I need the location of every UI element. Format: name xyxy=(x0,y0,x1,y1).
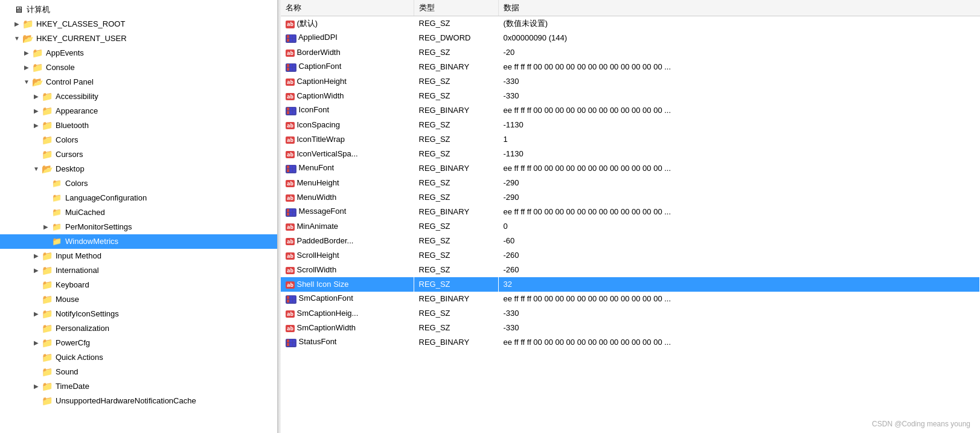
svg-rect-14 xyxy=(293,107,295,111)
expand-controlpanel[interactable]: ▼ xyxy=(22,77,31,87)
tree-item-powercfg[interactable]: ▶ 📁 PowerCfg xyxy=(0,336,277,350)
cell-name-text: Shell Icon Size xyxy=(295,280,349,289)
table-row[interactable]: ab Shell Icon SizeREG_SZ32 xyxy=(281,277,980,292)
tree-item-quickactions[interactable]: 📁 Quick Actions xyxy=(0,350,277,365)
expand-international[interactable]: ▶ xyxy=(31,266,41,275)
cell-name: StatusFont xyxy=(281,335,414,350)
expand-desktop[interactable]: ▼ xyxy=(31,164,41,174)
tree-item-windowmetrics[interactable]: 📁 WindowMetrics xyxy=(0,234,277,249)
cell-name: CaptionFont xyxy=(281,60,414,74)
folder-icon-timedate: 📁 xyxy=(41,380,53,393)
cell-name-text: MenuHeight xyxy=(295,178,339,187)
cell-name-text: PaddedBorder... xyxy=(295,236,354,245)
table-row[interactable]: StatusFontREG_BINARYee ff ff ff 00 00 00… xyxy=(281,335,980,350)
table-row[interactable]: ab (默认)REG_SZ(数值未设置) xyxy=(281,16,980,31)
expand-timedate[interactable]: ▶ xyxy=(31,382,41,391)
table-row[interactable]: ab CaptionHeightREG_SZ-330 xyxy=(281,74,980,89)
tree-item-international[interactable]: ▶ 📁 International xyxy=(0,263,277,278)
cell-type: REG_SZ xyxy=(414,147,498,161)
registry-table: 名称 类型 数据 ab (默认)REG_SZ(数值未设置) AppliedDPI… xyxy=(281,0,980,350)
table-row[interactable]: SmCaptionFontREG_BINARYee ff ff ff 00 00… xyxy=(281,292,980,306)
label-timedate: TimeDate xyxy=(53,380,89,393)
tree-item-controlpanel[interactable]: ▼ 📂 Control Panel xyxy=(0,75,277,89)
expand-bluetooth[interactable]: ▶ xyxy=(31,121,41,130)
expand-accessibility[interactable]: ▶ xyxy=(31,92,41,101)
table-row[interactable]: ab MenuHeightREG_SZ-290 xyxy=(281,176,980,190)
table-row[interactable]: ab IconTitleWrapREG_SZ1 xyxy=(281,132,980,147)
table-row[interactable]: CaptionFontREG_BINARYee ff ff ff 00 00 0… xyxy=(281,60,980,74)
cell-name-text: BorderWidth xyxy=(295,48,341,57)
tree-item-hkcu[interactable]: ▼ 📂 HKEY_CURRENT_USER xyxy=(0,31,277,46)
table-row[interactable]: ab CaptionWidthREG_SZ-330 xyxy=(281,89,980,103)
label-accessibility: Accessibility xyxy=(53,90,98,103)
table-row[interactable]: IconFontREG_BINARYee ff ff ff 00 00 00 0… xyxy=(281,103,980,118)
tree-item-console[interactable]: ▶ 📁 Console xyxy=(0,60,277,75)
table-row[interactable]: MessageFontREG_BINARYee ff ff ff 00 00 0… xyxy=(281,205,980,219)
tree-item-desktop[interactable]: ▼ 📂 Desktop xyxy=(0,162,277,176)
tree-item-cursors[interactable]: 📁 Cursors xyxy=(0,147,277,162)
cell-name: AppliedDPI xyxy=(281,31,414,45)
expand-appearance[interactable]: ▶ xyxy=(31,106,41,116)
tree-item-hkcr[interactable]: ▶ 📁 HKEY_CLASSES_ROOT xyxy=(0,17,277,31)
table-row[interactable]: MenuFontREG_BINARYee ff ff ff 00 00 00 0… xyxy=(281,161,980,176)
table-row[interactable]: ab ScrollHeightREG_SZ-260 xyxy=(281,248,980,263)
table-row[interactable]: ab IconVerticalSpa...REG_SZ-1130 xyxy=(281,147,980,161)
svg-rect-9 xyxy=(287,68,289,71)
expand-appevents[interactable]: ▶ xyxy=(22,48,31,58)
cell-name: ab (默认) xyxy=(281,16,414,31)
table-row[interactable]: ab SmCaptionWidthREG_SZ-330 xyxy=(281,321,980,335)
table-row[interactable]: ab BorderWidthREG_SZ-20 xyxy=(281,45,980,60)
cell-type: REG_BINARY xyxy=(414,205,498,219)
svg-rect-20 xyxy=(293,165,295,168)
tree-item-sound[interactable]: 📁 Sound xyxy=(0,365,277,379)
table-row[interactable]: ab MinAnimateREG_SZ0 xyxy=(281,219,980,234)
expand-permonitor[interactable]: ▶ xyxy=(41,222,51,232)
folder-icon-console: 📁 xyxy=(31,62,43,74)
table-row[interactable]: ab PaddedBorder...REG_SZ-60 xyxy=(281,234,980,248)
tree-root[interactable]: 🖥 计算机 xyxy=(0,2,277,17)
folder-icon-notifyicon: 📁 xyxy=(41,308,53,320)
cell-type: REG_BINARY xyxy=(414,292,498,306)
cell-data: -260 xyxy=(498,248,980,263)
tree-item-permonitor[interactable]: ▶ 📁 PerMonitorSettings xyxy=(0,220,277,234)
tree-item-personalization[interactable]: 📁 Personalization xyxy=(0,321,277,336)
cell-name-text: AppliedDPI xyxy=(296,33,338,42)
tree-panel[interactable]: 🖥 计算机 ▶ 📁 HKEY_CLASSES_ROOT ▼ 📂 HKEY_CUR… xyxy=(0,0,278,433)
expand-console[interactable]: ▶ xyxy=(22,63,31,72)
table-row[interactable]: ab SmCaptionHeig...REG_SZ-330 xyxy=(281,306,980,321)
expand-notifyicon[interactable]: ▶ xyxy=(31,309,41,319)
folder-icon-desktop-colors: 📁 xyxy=(51,178,63,190)
table-header-row: 名称 类型 数据 xyxy=(281,0,980,16)
label-muicached: MuiCached xyxy=(63,206,105,219)
tree-item-desktop-colors[interactable]: 📁 Colors xyxy=(0,176,277,191)
expand-hkcr[interactable]: ▶ xyxy=(12,19,22,29)
expand-inputmethod[interactable]: ▶ xyxy=(31,251,41,261)
label-console: Console xyxy=(43,61,75,74)
cell-data: -330 xyxy=(498,306,980,321)
expand-hkcu[interactable]: ▼ xyxy=(12,34,22,43)
tree-item-bluetooth[interactable]: ▶ 📁 Bluetooth xyxy=(0,118,277,133)
label-colors: Colors xyxy=(53,133,78,147)
table-row[interactable]: ab IconSpacingREG_SZ-1130 xyxy=(281,118,980,132)
table-row[interactable]: AppliedDPIREG_DWORD0x00000090 (144) xyxy=(281,31,980,45)
cell-name-text: (默认) xyxy=(295,19,318,28)
tree-item-appearance[interactable]: ▶ 📁 Appearance xyxy=(0,104,277,118)
tree-item-unsupported[interactable]: 📁 UnsupportedHardwareNotificationCache xyxy=(0,394,277,408)
expand-powercfg[interactable]: ▶ xyxy=(31,338,41,348)
tree-item-mouse[interactable]: 📁 Mouse xyxy=(0,292,277,307)
label-controlpanel: Control Panel xyxy=(43,75,94,89)
folder-icon-muicached: 📁 xyxy=(51,207,63,219)
table-row[interactable]: ab MenuWidthREG_SZ-290 xyxy=(281,190,980,205)
tree-item-accessibility[interactable]: ▶ 📁 Accessibility xyxy=(0,89,277,104)
tree-item-notifyicon[interactable]: ▶ 📁 NotifyIconSettings xyxy=(0,307,277,321)
tree-item-muicached[interactable]: 📁 MuiCached xyxy=(0,205,277,220)
tree-item-timedate[interactable]: ▶ 📁 TimeDate xyxy=(0,379,277,394)
tree-item-inputmethod[interactable]: ▶ 📁 Input Method xyxy=(0,249,277,263)
tree-item-keyboard[interactable]: 📁 Keyboard xyxy=(0,278,277,292)
folder-icon-controlpanel: 📂 xyxy=(31,76,43,88)
cell-name-text: SmCaptionFont xyxy=(296,293,353,303)
table-row[interactable]: ab ScrollWidthREG_SZ-260 xyxy=(281,263,980,277)
tree-item-appevents[interactable]: ▶ 📁 AppEvents xyxy=(0,46,277,60)
tree-item-colors[interactable]: 📁 Colors xyxy=(0,133,277,147)
tree-item-langconfig[interactable]: 📁 LanguageConfiguration xyxy=(0,191,277,205)
